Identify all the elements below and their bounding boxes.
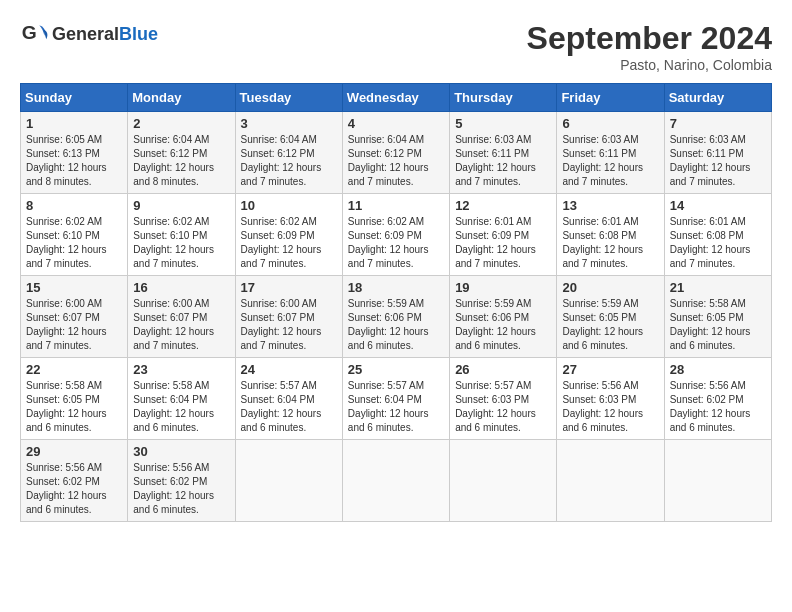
calendar-cell: 27Sunrise: 5:56 AMSunset: 6:03 PMDayligh… <box>557 358 664 440</box>
calendar-cell: 13Sunrise: 6:01 AMSunset: 6:08 PMDayligh… <box>557 194 664 276</box>
calendar-cell: 1Sunrise: 6:05 AMSunset: 6:13 PMDaylight… <box>21 112 128 194</box>
calendar-cell: 22Sunrise: 5:58 AMSunset: 6:05 PMDayligh… <box>21 358 128 440</box>
day-header-saturday: Saturday <box>664 84 771 112</box>
calendar-cell: 28Sunrise: 5:56 AMSunset: 6:02 PMDayligh… <box>664 358 771 440</box>
day-info: Sunrise: 6:04 AMSunset: 6:12 PMDaylight:… <box>348 133 444 189</box>
day-number: 11 <box>348 198 444 213</box>
logo-icon: G <box>20 20 48 48</box>
day-info: Sunrise: 6:03 AMSunset: 6:11 PMDaylight:… <box>670 133 766 189</box>
day-info: Sunrise: 5:58 AMSunset: 6:04 PMDaylight:… <box>133 379 229 435</box>
week-row-1: 1Sunrise: 6:05 AMSunset: 6:13 PMDaylight… <box>21 112 772 194</box>
day-number: 5 <box>455 116 551 131</box>
day-info: Sunrise: 6:00 AMSunset: 6:07 PMDaylight:… <box>241 297 337 353</box>
day-info: Sunrise: 5:59 AMSunset: 6:06 PMDaylight:… <box>455 297 551 353</box>
calendar-cell: 3Sunrise: 6:04 AMSunset: 6:12 PMDaylight… <box>235 112 342 194</box>
day-info: Sunrise: 6:02 AMSunset: 6:09 PMDaylight:… <box>348 215 444 271</box>
calendar-cell: 7Sunrise: 6:03 AMSunset: 6:11 PMDaylight… <box>664 112 771 194</box>
calendar-cell <box>342 440 449 522</box>
day-info: Sunrise: 6:01 AMSunset: 6:09 PMDaylight:… <box>455 215 551 271</box>
day-number: 23 <box>133 362 229 377</box>
day-number: 3 <box>241 116 337 131</box>
day-number: 25 <box>348 362 444 377</box>
week-row-4: 22Sunrise: 5:58 AMSunset: 6:05 PMDayligh… <box>21 358 772 440</box>
calendar-cell <box>235 440 342 522</box>
calendar-cell: 16Sunrise: 6:00 AMSunset: 6:07 PMDayligh… <box>128 276 235 358</box>
day-info: Sunrise: 6:04 AMSunset: 6:12 PMDaylight:… <box>241 133 337 189</box>
day-number: 2 <box>133 116 229 131</box>
day-info: Sunrise: 5:59 AMSunset: 6:05 PMDaylight:… <box>562 297 658 353</box>
day-number: 14 <box>670 198 766 213</box>
calendar-cell: 2Sunrise: 6:04 AMSunset: 6:12 PMDaylight… <box>128 112 235 194</box>
day-number: 12 <box>455 198 551 213</box>
day-header-friday: Friday <box>557 84 664 112</box>
calendar-cell: 5Sunrise: 6:03 AMSunset: 6:11 PMDaylight… <box>450 112 557 194</box>
day-info: Sunrise: 6:02 AMSunset: 6:10 PMDaylight:… <box>26 215 122 271</box>
logo: G GeneralBlue <box>20 20 158 48</box>
calendar-cell: 23Sunrise: 5:58 AMSunset: 6:04 PMDayligh… <box>128 358 235 440</box>
location-subtitle: Pasto, Narino, Colombia <box>527 57 772 73</box>
calendar-cell: 26Sunrise: 5:57 AMSunset: 6:03 PMDayligh… <box>450 358 557 440</box>
day-info: Sunrise: 5:57 AMSunset: 6:04 PMDaylight:… <box>348 379 444 435</box>
day-number: 29 <box>26 444 122 459</box>
calendar-cell: 25Sunrise: 5:57 AMSunset: 6:04 PMDayligh… <box>342 358 449 440</box>
day-number: 26 <box>455 362 551 377</box>
calendar-cell: 4Sunrise: 6:04 AMSunset: 6:12 PMDaylight… <box>342 112 449 194</box>
calendar-cell: 19Sunrise: 5:59 AMSunset: 6:06 PMDayligh… <box>450 276 557 358</box>
calendar-cell: 12Sunrise: 6:01 AMSunset: 6:09 PMDayligh… <box>450 194 557 276</box>
day-number: 20 <box>562 280 658 295</box>
day-number: 10 <box>241 198 337 213</box>
day-info: Sunrise: 6:04 AMSunset: 6:12 PMDaylight:… <box>133 133 229 189</box>
calendar-cell: 14Sunrise: 6:01 AMSunset: 6:08 PMDayligh… <box>664 194 771 276</box>
day-info: Sunrise: 6:05 AMSunset: 6:13 PMDaylight:… <box>26 133 122 189</box>
day-info: Sunrise: 5:56 AMSunset: 6:02 PMDaylight:… <box>26 461 122 517</box>
day-info: Sunrise: 6:00 AMSunset: 6:07 PMDaylight:… <box>26 297 122 353</box>
day-number: 13 <box>562 198 658 213</box>
day-number: 22 <box>26 362 122 377</box>
calendar-cell: 11Sunrise: 6:02 AMSunset: 6:09 PMDayligh… <box>342 194 449 276</box>
calendar-cell: 15Sunrise: 6:00 AMSunset: 6:07 PMDayligh… <box>21 276 128 358</box>
day-info: Sunrise: 5:56 AMSunset: 6:02 PMDaylight:… <box>670 379 766 435</box>
day-number: 21 <box>670 280 766 295</box>
day-header-wednesday: Wednesday <box>342 84 449 112</box>
day-number: 9 <box>133 198 229 213</box>
day-info: Sunrise: 5:59 AMSunset: 6:06 PMDaylight:… <box>348 297 444 353</box>
calendar-cell: 18Sunrise: 5:59 AMSunset: 6:06 PMDayligh… <box>342 276 449 358</box>
month-title: September 2024 <box>527 20 772 57</box>
calendar-cell: 10Sunrise: 6:02 AMSunset: 6:09 PMDayligh… <box>235 194 342 276</box>
page-header: G GeneralBlue September 2024 Pasto, Nari… <box>20 20 772 73</box>
day-info: Sunrise: 6:02 AMSunset: 6:10 PMDaylight:… <box>133 215 229 271</box>
svg-text:G: G <box>22 22 37 43</box>
day-number: 30 <box>133 444 229 459</box>
day-header-sunday: Sunday <box>21 84 128 112</box>
calendar-cell <box>664 440 771 522</box>
day-number: 17 <box>241 280 337 295</box>
day-number: 6 <box>562 116 658 131</box>
day-info: Sunrise: 5:56 AMSunset: 6:03 PMDaylight:… <box>562 379 658 435</box>
day-number: 15 <box>26 280 122 295</box>
calendar-cell: 21Sunrise: 5:58 AMSunset: 6:05 PMDayligh… <box>664 276 771 358</box>
calendar-cell <box>450 440 557 522</box>
day-header-monday: Monday <box>128 84 235 112</box>
day-info: Sunrise: 6:02 AMSunset: 6:09 PMDaylight:… <box>241 215 337 271</box>
day-info: Sunrise: 5:58 AMSunset: 6:05 PMDaylight:… <box>26 379 122 435</box>
calendar-cell: 6Sunrise: 6:03 AMSunset: 6:11 PMDaylight… <box>557 112 664 194</box>
week-row-2: 8Sunrise: 6:02 AMSunset: 6:10 PMDaylight… <box>21 194 772 276</box>
calendar-cell: 24Sunrise: 5:57 AMSunset: 6:04 PMDayligh… <box>235 358 342 440</box>
day-info: Sunrise: 5:57 AMSunset: 6:04 PMDaylight:… <box>241 379 337 435</box>
day-header-tuesday: Tuesday <box>235 84 342 112</box>
day-header-thursday: Thursday <box>450 84 557 112</box>
day-info: Sunrise: 5:56 AMSunset: 6:02 PMDaylight:… <box>133 461 229 517</box>
day-info: Sunrise: 6:00 AMSunset: 6:07 PMDaylight:… <box>133 297 229 353</box>
calendar-cell <box>557 440 664 522</box>
day-info: Sunrise: 5:58 AMSunset: 6:05 PMDaylight:… <box>670 297 766 353</box>
day-number: 4 <box>348 116 444 131</box>
calendar-cell: 20Sunrise: 5:59 AMSunset: 6:05 PMDayligh… <box>557 276 664 358</box>
day-info: Sunrise: 6:01 AMSunset: 6:08 PMDaylight:… <box>670 215 766 271</box>
calendar-table: SundayMondayTuesdayWednesdayThursdayFrid… <box>20 83 772 522</box>
day-info: Sunrise: 6:03 AMSunset: 6:11 PMDaylight:… <box>562 133 658 189</box>
header-row: SundayMondayTuesdayWednesdayThursdayFrid… <box>21 84 772 112</box>
day-info: Sunrise: 6:03 AMSunset: 6:11 PMDaylight:… <box>455 133 551 189</box>
day-info: Sunrise: 6:01 AMSunset: 6:08 PMDaylight:… <box>562 215 658 271</box>
day-info: Sunrise: 5:57 AMSunset: 6:03 PMDaylight:… <box>455 379 551 435</box>
day-number: 1 <box>26 116 122 131</box>
